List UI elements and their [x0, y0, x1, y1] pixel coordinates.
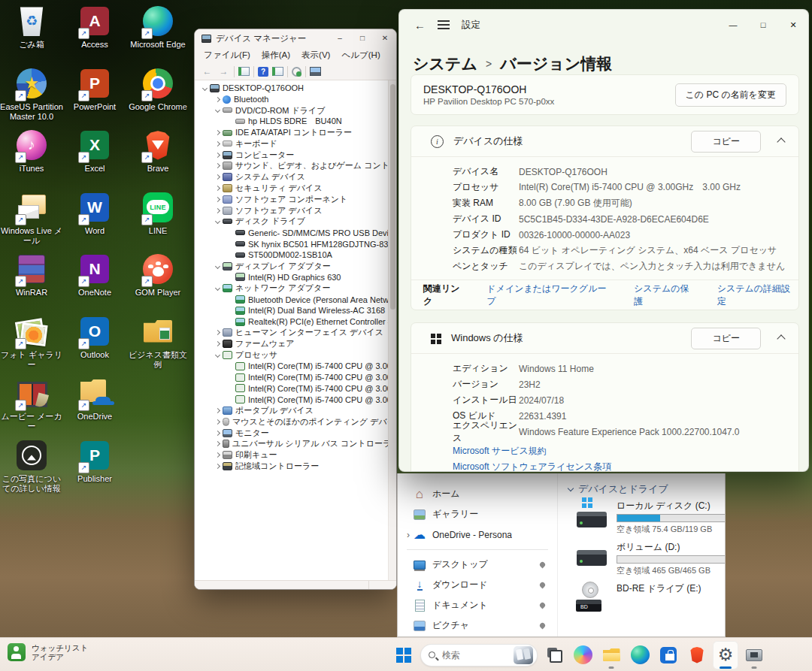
tree-item[interactable]: ディスク ドライブ	[195, 216, 396, 228]
taskbar-search[interactable]	[420, 644, 538, 666]
expand-chevron[interactable]	[199, 86, 210, 90]
desktop-icon-line[interactable]: LINE	[126, 191, 189, 236]
expand-chevron[interactable]	[212, 264, 223, 268]
tree-item[interactable]: ディスプレイ アダプター	[195, 261, 396, 272]
expand-chevron[interactable]	[212, 142, 223, 146]
chevron-up-icon[interactable]	[777, 334, 785, 343]
start-button[interactable]	[391, 641, 417, 669]
minimize-button[interactable]: –	[329, 29, 351, 47]
menu-view[interactable]: 表示(V)	[301, 50, 330, 61]
desktop-icon-recycle-bin[interactable]: ごみ箱	[0, 5, 63, 50]
taskbar-icon-edge[interactable]	[627, 641, 653, 669]
desktop-icon-word[interactable]: Word	[63, 191, 126, 236]
taskbar-icon-file-explorer[interactable]	[598, 641, 624, 669]
expand-chevron[interactable]	[212, 98, 223, 101]
tree-item[interactable]: ST500DM002-1SB10A	[195, 249, 396, 261]
desktop-icon-excel[interactable]: Excel	[63, 128, 126, 174]
expand-chevron[interactable]	[212, 198, 223, 201]
copy-button[interactable]: コピー	[691, 131, 761, 153]
taskbar-icon-settings[interactable]	[713, 641, 738, 669]
license-link[interactable]: Microsoft ソフトウェアライセンス条項	[453, 461, 611, 472]
tree-item[interactable]: ファームウェア	[195, 338, 396, 349]
tree-item[interactable]: ヒューマン インターフェイス デバイス	[195, 328, 396, 339]
desktop-icon-outlook[interactable]: Outlook	[63, 315, 126, 360]
settings-titlebar[interactable]: ← 設定 — □ ✕	[399, 10, 808, 40]
sidebar-item-desktop-item[interactable]: デスクトップ	[398, 555, 557, 575]
menu-action[interactable]: 操作(A)	[262, 50, 290, 61]
devices-and-drives-header[interactable]: デバイスとドライブ	[568, 482, 725, 496]
desktop-icon-movie-maker[interactable]: ムービー メーカー	[0, 376, 63, 431]
tree-item[interactable]: ソフトウェア コンポーネント	[195, 194, 396, 205]
tree-item[interactable]: Realtek(R) PCI(e) Ethernet Controller #2	[195, 316, 396, 328]
tree-item[interactable]: Bluetooth Device (Personal Area Network)…	[195, 294, 396, 305]
taskbar-icon-device-manager[interactable]	[741, 641, 767, 669]
remote-icon[interactable]	[310, 67, 321, 76]
expand-chevron[interactable]	[212, 464, 223, 468]
scan-icon[interactable]	[292, 67, 301, 77]
tree-item[interactable]: 記憶域コントローラー	[195, 461, 396, 472]
desktop-icon-access[interactable]: Access	[63, 5, 126, 50]
expand-chevron[interactable]	[212, 342, 223, 346]
tree-item[interactable]: ポータブル デバイス	[195, 405, 396, 416]
devices-by-icon[interactable]	[272, 67, 283, 76]
desktop-icon-onedrive[interactable]: OneDrive	[63, 376, 126, 422]
close-button[interactable]: ✕	[778, 10, 808, 40]
tree-item[interactable]: Intel(R) HD Graphics 630	[195, 272, 396, 283]
expand-chevron[interactable]	[212, 286, 223, 290]
tree-item[interactable]: コンピューター	[195, 150, 396, 161]
tree-item[interactable]: セキュリティ デバイス	[195, 183, 396, 194]
related-link[interactable]: システムの詳細設定	[717, 283, 798, 308]
chevron-right-icon[interactable]: ›	[404, 530, 413, 540]
desktop-icon-gom[interactable]: GOM Player	[126, 252, 189, 298]
desktop-icon-photo-info[interactable]: この写真についての詳しい情報	[0, 439, 63, 494]
device-manager-titlebar[interactable]: デバイス マネージャー – □ ✕	[195, 29, 396, 47]
sidebar-item-pictures[interactable]: ピクチャ	[398, 615, 557, 636]
desktop-icon-chrome[interactable]: Google Chrome	[126, 67, 189, 112]
expand-chevron[interactable]	[212, 209, 223, 213]
drive-item[interactable]: BDBD-RE ドライブ (E:)	[576, 582, 725, 612]
scrollbar-thumb[interactable]	[390, 84, 395, 310]
tree-item[interactable]: システム デバイス	[195, 171, 396, 183]
tree-item[interactable]: hp HLDS BDRE BU40N	[195, 116, 396, 127]
expand-chevron[interactable]	[212, 164, 223, 168]
sidebar-item-gallery[interactable]: ギャラリー	[398, 504, 557, 524]
tree-item[interactable]: Generic- SD/MMC/MS PRO USB Device	[195, 227, 396, 238]
search-highlight-image[interactable]	[514, 646, 533, 664]
tree-item[interactable]: ソフトウェア デバイス	[195, 205, 396, 216]
device-spec-header[interactable]: i デバイスの仕様 コピー	[411, 126, 798, 157]
desktop-icon-folder[interactable]: ビジネス書類文例	[126, 315, 189, 370]
tree-item[interactable]: SK hynix BC501 HFM128GDJTNG-8310A	[195, 238, 396, 249]
tree-item[interactable]: ネットワーク アダプター	[195, 283, 396, 294]
tree-item[interactable]: キーボード	[195, 138, 396, 150]
sidebar-item-downloads[interactable]: ダウンロード	[398, 575, 557, 595]
drive-item[interactable]: ボリューム (D:)空き領域 465 GB/465 GB	[576, 540, 725, 576]
expand-chevron[interactable]	[212, 420, 223, 424]
expand-chevron[interactable]	[212, 175, 223, 179]
menu-help[interactable]: ヘルプ(H)	[341, 50, 380, 61]
hamburger-menu-icon[interactable]	[438, 20, 450, 29]
sidebar-item-onedrive-cloud[interactable]: ›OneDrive - Persona	[398, 524, 557, 545]
expand-chevron[interactable]	[212, 331, 223, 334]
maximize-button[interactable]: □	[351, 29, 374, 47]
widgets-button[interactable]: ウォッチリスト アイデア	[8, 643, 88, 661]
close-button[interactable]: ✕	[374, 29, 396, 47]
desktop-icon-photo-gallery[interactable]: フォト ギャラリー	[0, 315, 63, 370]
expand-chevron[interactable]	[212, 453, 223, 457]
desktop-icon-winrar[interactable]: WinRAR	[0, 252, 63, 298]
minimize-button[interactable]: —	[718, 10, 748, 40]
scrollbar[interactable]	[388, 80, 396, 580]
properties-icon[interactable]	[238, 67, 250, 76]
tree-item[interactable]: モニター	[195, 428, 396, 439]
expand-chevron[interactable]	[212, 442, 223, 446]
expand-chevron[interactable]	[212, 353, 223, 357]
desktop-icon-powerpoint[interactable]: PowerPoint	[63, 67, 126, 112]
drive-item[interactable]: ローカル ディスク (C:)空き領域 75.4 GB/119 GB	[576, 499, 725, 535]
sidebar-item-home[interactable]: ホーム	[398, 484, 557, 504]
desktop-icon-brave[interactable]: Brave	[126, 128, 189, 174]
forward-icon[interactable]: →	[217, 66, 230, 77]
tree-item[interactable]: Bluetooth	[195, 94, 396, 105]
desktop-icon-winlive-mail[interactable]: Windows Live メール	[0, 191, 63, 246]
maximize-button[interactable]: □	[748, 10, 778, 40]
tree-item[interactable]: IDE ATA/ATAPI コントローラー	[195, 127, 396, 138]
tree-item[interactable]: プロセッサ	[195, 349, 396, 361]
